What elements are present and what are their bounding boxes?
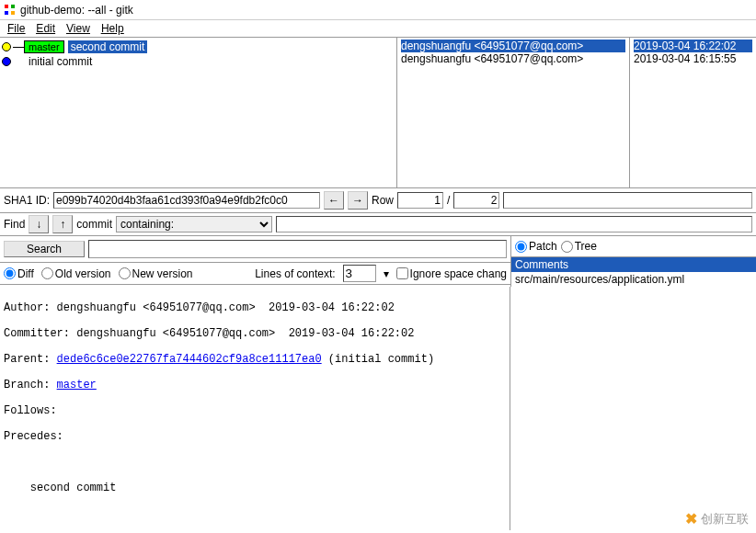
commit-date: 2019-03-04 16:15:55: [634, 52, 752, 65]
svg-rect-3: [11, 11, 15, 15]
svg-rect-1: [11, 5, 15, 8]
parent-sha-link[interactable]: dede6c6ce0e22767fa7444602cf9a8ce11117ea0: [57, 353, 322, 366]
window-title: github-demo: --all - gitk: [20, 4, 133, 17]
commit-node-icon: [2, 57, 11, 66]
goto-input[interactable]: [503, 192, 752, 209]
commit-author: dengshuangfu <64951077@qq.com>: [401, 52, 625, 65]
patch-radio[interactable]: Patch: [515, 240, 557, 253]
lines-context-label: Lines of context:: [255, 267, 335, 280]
ignore-space-checkbox[interactable]: Ignore space chang: [396, 267, 507, 280]
diff-branch-line: Branch: master: [4, 379, 506, 391]
branch-tag[interactable]: master: [24, 40, 64, 53]
row-current-input[interactable]: [397, 192, 443, 209]
commit-row[interactable]: master second commit: [2, 40, 395, 54]
sha-input[interactable]: [53, 192, 320, 209]
row-total-input[interactable]: [453, 192, 499, 209]
commit-message: initial commit: [26, 55, 95, 68]
lines-context-spinner[interactable]: [343, 265, 376, 282]
forward-button[interactable]: →: [348, 191, 368, 210]
find-label: Find: [4, 218, 25, 231]
tree-radio[interactable]: Tree: [561, 240, 597, 253]
row-separator: /: [447, 194, 450, 207]
date-pane[interactable]: 2019-03-04 16:22:02 2019-03-04 16:15:55: [630, 38, 756, 187]
row-label: Row: [372, 194, 394, 207]
diff-parent-line: Parent: dede6c6ce0e22767fa7444602cf9a8ce…: [4, 353, 506, 366]
diff-commit-message: second commit: [4, 482, 506, 494]
find-prev-button[interactable]: ↑: [52, 215, 73, 233]
diff-precedes: Precedes:: [4, 430, 506, 443]
author-pane[interactable]: dengshuangfu <64951077@qq.com> dengshuan…: [397, 38, 630, 187]
app-icon: [4, 4, 17, 17]
commit-node-icon: [2, 42, 11, 51]
find-criteria-select[interactable]: containing:: [116, 216, 272, 232]
find-next-button[interactable]: ↓: [29, 215, 49, 233]
find-input[interactable]: [276, 216, 752, 232]
new-version-radio[interactable]: New version: [119, 267, 193, 280]
back-button[interactable]: ←: [324, 191, 344, 210]
menu-view[interactable]: View: [66, 22, 90, 35]
spinner-arrows-icon[interactable]: ▾: [384, 267, 389, 280]
watermark: ✖ 创新互联: [685, 510, 749, 527]
diff-committer-line: Committer: dengshuangfu <64951077@qq.com…: [4, 327, 506, 340]
diff-pane[interactable]: Author: dengshuangfu <64951077@qq.com> 2…: [0, 287, 510, 530]
file-list-header: Comments: [511, 257, 756, 272]
commit-graph-pane[interactable]: master second commit initial commit: [0, 38, 397, 187]
branch-link[interactable]: master: [57, 379, 97, 391]
diff-author-line: Author: dengshuangfu <64951077@qq.com> 2…: [4, 301, 506, 314]
search-button[interactable]: Search: [4, 241, 85, 257]
old-version-radio[interactable]: Old version: [41, 267, 111, 280]
find-mode[interactable]: commit: [76, 218, 112, 231]
watermark-icon: ✖: [685, 510, 697, 527]
menu-edit[interactable]: Edit: [36, 22, 55, 35]
search-input[interactable]: [88, 240, 507, 258]
menu-help[interactable]: Help: [101, 22, 124, 35]
svg-rect-2: [5, 11, 8, 15]
file-list-pane[interactable]: Comments src/main/resources/application.…: [511, 257, 756, 287]
sha-label: SHA1 ID:: [4, 194, 50, 207]
graph-line-icon: [13, 47, 24, 48]
menubar: File Edit View Help: [0, 20, 756, 37]
diff-radio[interactable]: Diff: [4, 267, 34, 280]
commit-row[interactable]: initial commit: [2, 54, 395, 69]
svg-rect-0: [5, 5, 8, 8]
commit-date: 2019-03-04 16:22:02: [634, 40, 752, 52]
commit-message: second commit: [68, 40, 148, 53]
file-list-item[interactable]: src/main/resources/application.yml: [511, 272, 756, 287]
commit-author: dengshuangfu <64951077@qq.com>: [401, 40, 625, 52]
diff-follows: Follows:: [4, 404, 506, 417]
menu-file[interactable]: File: [7, 22, 25, 35]
